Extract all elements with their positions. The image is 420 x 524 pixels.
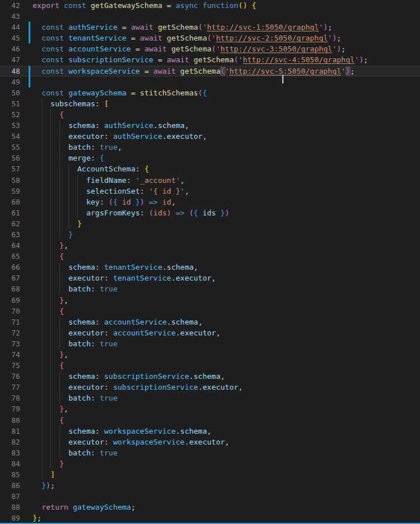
line-number[interactable]: 47: [0, 54, 20, 65]
url-link[interactable]: :5050/graphql: [283, 67, 341, 75]
line-number[interactable]: 49: [0, 77, 20, 87]
line-number[interactable]: 42: [0, 0, 20, 11]
line-number[interactable]: 76: [0, 371, 20, 382]
line-number[interactable]: 89: [0, 513, 20, 523]
code-line[interactable]: 73 batch: true: [0, 338, 420, 349]
line-number[interactable]: 69: [0, 295, 20, 306]
line-number[interactable]: 67: [0, 273, 20, 283]
line-number[interactable]: 85: [0, 469, 20, 480]
line-number[interactable]: 60: [0, 197, 20, 207]
code-line[interactable]: 54 executor: authService.executor,: [0, 131, 420, 142]
code-line[interactable]: 56 merge: {: [0, 153, 420, 163]
code-line[interactable]: 77 executor: subscriptionService.executo…: [0, 382, 420, 393]
code-line[interactable]: 42export const getGatewaySchema = async …: [0, 0, 420, 11]
url-link[interactable]: http://svc-1:5050/graphql: [207, 23, 319, 31]
code-line[interactable]: 57 AccountSchema: {: [0, 163, 420, 174]
code-line[interactable]: 53 schema: authService.schema,: [0, 120, 420, 131]
line-number[interactable]: 43: [0, 11, 20, 22]
code-line[interactable]: 47 const subscriptionService = await get…: [0, 54, 420, 65]
code-line[interactable]: 64 },: [0, 240, 420, 251]
code-line[interactable]: 84 }: [0, 458, 420, 469]
code-line[interactable]: 43: [0, 11, 420, 22]
line-number[interactable]: 55: [0, 142, 20, 153]
code-line[interactable]: 76 schema: subscriptionService.schema,: [0, 371, 420, 382]
code-line[interactable]: 82 executor: workspaceService.executor,: [0, 437, 420, 447]
line-number[interactable]: 72: [0, 327, 20, 338]
line-number[interactable]: 57: [0, 163, 20, 174]
line-number[interactable]: 77: [0, 382, 20, 393]
code-line[interactable]: 49: [0, 77, 420, 87]
line-number[interactable]: 86: [0, 480, 20, 491]
code-line[interactable]: 51 subschemas: [: [0, 98, 420, 109]
line-number[interactable]: 51: [0, 98, 20, 109]
url-link[interactable]: http://svc-2:5050/graphql: [216, 34, 328, 42]
line-number[interactable]: 66: [0, 262, 20, 273]
line-number[interactable]: 70: [0, 306, 20, 317]
code-line[interactable]: 62 }: [0, 218, 420, 229]
line-number[interactable]: 62: [0, 218, 20, 229]
line-number[interactable]: 74: [0, 349, 20, 360]
code-line[interactable]: 80 {: [0, 415, 420, 426]
line-number[interactable]: 78: [0, 393, 20, 403]
line-number[interactable]: 84: [0, 458, 20, 469]
code-line[interactable]: 78 batch: true: [0, 393, 420, 403]
line-number[interactable]: 71: [0, 317, 20, 327]
code-line[interactable]: 89};: [0, 513, 420, 523]
code-line[interactable]: 85 ]: [0, 469, 420, 480]
url-link[interactable]: http://svc-5: [229, 67, 283, 75]
code-line[interactable]: 63 }: [0, 229, 420, 240]
line-number[interactable]: 64: [0, 240, 20, 251]
line-number[interactable]: 81: [0, 426, 20, 437]
code-line[interactable]: 60 key: ({ id }) => id,: [0, 197, 420, 207]
line-number[interactable]: 68: [0, 283, 20, 294]
code-line[interactable]: 70 {: [0, 306, 420, 317]
code-line[interactable]: 87: [0, 491, 420, 502]
line-number[interactable]: 48: [0, 66, 20, 77]
line-number[interactable]: 80: [0, 415, 20, 426]
code-line[interactable]: 65 {: [0, 251, 420, 262]
code-line[interactable]: 46 const accountService = await getSchem…: [0, 43, 420, 54]
code-line[interactable]: 61 argsFromKeys: (ids) => ({ ids }): [0, 207, 420, 218]
code-editor[interactable]: 42export const getGatewaySchema = async …: [0, 0, 420, 524]
code-line[interactable]: 68 batch: true: [0, 283, 420, 294]
code-line[interactable]: 52 {: [0, 109, 420, 120]
line-number[interactable]: 56: [0, 153, 20, 163]
code-line[interactable]: 50 const gatewaySchema = stitchSchemas({: [0, 87, 420, 98]
code-line[interactable]: 75 {: [0, 360, 420, 371]
code-line[interactable]: 67 executor: tenantService.executor,: [0, 273, 420, 283]
line-number[interactable]: 54: [0, 131, 20, 142]
code-line[interactable]: 55 batch: true,: [0, 142, 420, 153]
code-line[interactable]: 44 const authService = await getSchema('…: [0, 22, 420, 33]
line-number[interactable]: 83: [0, 447, 20, 458]
line-number[interactable]: 61: [0, 207, 20, 218]
code-line[interactable]: 86 });: [0, 480, 420, 491]
line-number[interactable]: 65: [0, 251, 20, 262]
line-number[interactable]: 58: [0, 175, 20, 186]
code-line[interactable]: 48 const workspaceService = await getSch…: [0, 66, 420, 77]
url-link[interactable]: http://svc-3:5050/graphql: [221, 45, 333, 53]
line-number[interactable]: 87: [0, 491, 20, 502]
url-link[interactable]: http://svc-4:5050/graphql: [243, 55, 355, 64]
line-number[interactable]: 73: [0, 338, 20, 349]
code-line[interactable]: 58 fieldName: '_account',: [0, 175, 420, 186]
code-line[interactable]: 74 },: [0, 349, 420, 360]
line-number[interactable]: 88: [0, 502, 20, 513]
code-line[interactable]: 79 },: [0, 403, 420, 414]
line-number[interactable]: 50: [0, 87, 20, 98]
line-number[interactable]: 44: [0, 22, 20, 33]
code-line[interactable]: 88 return gatewaySchema;: [0, 502, 420, 513]
code-line[interactable]: 71 schema: accountService.schema,: [0, 317, 420, 327]
code-line[interactable]: 69 },: [0, 295, 420, 306]
code-line[interactable]: 72 executor: accountService.executor,: [0, 327, 420, 338]
code-line[interactable]: 59 selectionSet: '{ id }',: [0, 186, 420, 197]
line-number[interactable]: 59: [0, 186, 20, 197]
line-number[interactable]: 52: [0, 109, 20, 120]
line-number[interactable]: 63: [0, 229, 20, 240]
code-line[interactable]: 66 schema: tenantService.schema,: [0, 262, 420, 273]
line-number[interactable]: 79: [0, 403, 20, 414]
code-line[interactable]: 45 const tenantService = await getSchema…: [0, 33, 420, 43]
line-number[interactable]: 53: [0, 120, 20, 131]
line-number[interactable]: 75: [0, 360, 20, 371]
code-line[interactable]: 81 schema: workspaceService.schema,: [0, 426, 420, 437]
line-number[interactable]: 45: [0, 33, 20, 43]
